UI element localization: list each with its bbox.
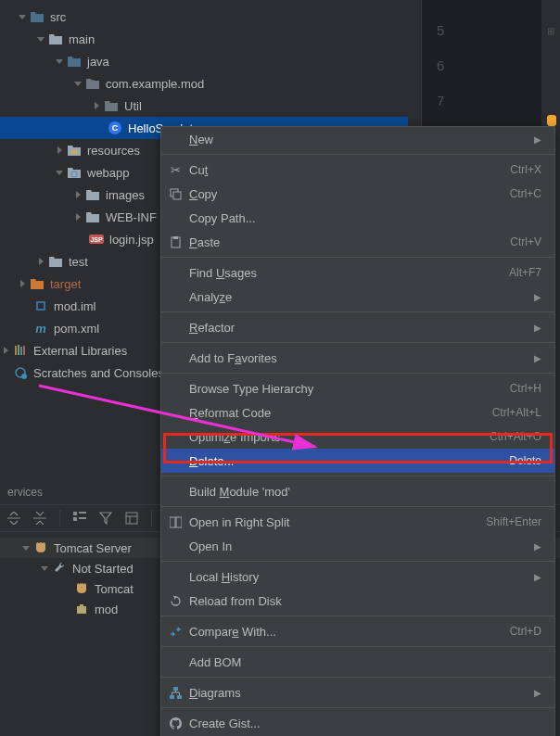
shortcut: Ctrl+D — [510, 625, 541, 638]
submenu-arrow-icon: ▶ — [534, 292, 541, 302]
svg-rect-21 — [73, 512, 77, 515]
menu-paste[interactable]: PasteCtrl+V — [161, 230, 554, 254]
chevron-right-icon — [72, 189, 83, 200]
menu-optimize[interactable]: Optimize ImportsCtrl+Alt+O — [161, 425, 554, 449]
separator — [151, 510, 152, 527]
shortcut: Delete — [509, 454, 541, 467]
tree-node-main[interactable]: main — [0, 28, 408, 50]
tree-label: test — [69, 255, 88, 269]
submenu-arrow-icon: ▶ — [534, 541, 541, 552]
chevron-right-icon — [91, 100, 102, 111]
cut-icon: ✂ — [168, 162, 183, 177]
svg-rect-15 — [170, 517, 175, 527]
menu-findusages[interactable]: Find UsagesAlt+F7 — [161, 260, 554, 285]
menu-gist[interactable]: Create Gist... — [161, 711, 554, 735]
collapse-all-button[interactable] — [32, 510, 48, 527]
svg-point-10 — [21, 374, 27, 379]
tree-node-java[interactable]: java — [0, 50, 408, 72]
menu-compare[interactable]: Compare With...Ctrl+D — [161, 619, 554, 643]
shortcut: Ctrl+Alt+O — [490, 430, 541, 443]
menu-reformat[interactable]: Reformat CodeCtrl+Alt+L — [161, 400, 554, 425]
menu-separator — [161, 373, 554, 374]
menu-bom[interactable]: Add BOM — [161, 650, 554, 674]
tree-node-package[interactable]: com.example.mod — [0, 72, 408, 95]
service-label: Tomcat Server — [54, 541, 132, 555]
chevron-down-icon — [20, 542, 32, 553]
chevron-right-icon — [0, 345, 11, 356]
menu-refactor[interactable]: Refactor▶ — [161, 315, 554, 339]
diagram-icon — [168, 685, 183, 700]
menu-analyze[interactable]: Analyze▶ — [161, 285, 554, 309]
filter-button[interactable] — [97, 510, 114, 527]
tree-node-util[interactable]: Util — [0, 95, 408, 117]
menu-separator — [161, 342, 554, 343]
svg-rect-22 — [73, 517, 77, 521]
folder-icon — [67, 165, 82, 180]
package-icon — [85, 76, 100, 91]
chevron-down-icon — [54, 167, 65, 178]
svg-rect-19 — [177, 695, 182, 699]
svg-rect-7 — [20, 347, 22, 355]
line-number: 7 — [437, 93, 444, 108]
tree-label: WEB-INF — [106, 210, 157, 224]
menu-history[interactable]: Local History▶ — [161, 565, 554, 589]
folder-icon — [67, 54, 82, 69]
svg-rect-12 — [173, 192, 181, 199]
submenu-arrow-icon: ▶ — [534, 572, 541, 582]
toolbar-structure-button[interactable] — [71, 510, 88, 527]
service-label: Tomcat — [95, 582, 134, 596]
jsp-icon: JSP — [89, 232, 104, 247]
tree-label: pom.xml — [54, 322, 99, 336]
menu-separator — [161, 677, 554, 678]
expand-all-button[interactable] — [6, 510, 22, 527]
tree-node-src[interactable]: src — [0, 6, 408, 28]
submenu-arrow-icon: ▶ — [534, 323, 541, 333]
reload-icon — [168, 593, 183, 608]
svg-rect-23 — [79, 512, 86, 514]
folder-icon — [48, 32, 63, 46]
menu-build[interactable]: Build Module 'mod' — [161, 479, 554, 503]
tomcat-icon — [74, 581, 89, 596]
menu-copypath[interactable]: Copy Path... — [161, 206, 554, 230]
tree-label: java — [87, 55, 109, 69]
menu-separator — [161, 311, 554, 312]
context-menu: New▶ ✂CutCtrl+X CopyCtrl+C Copy Path... … — [160, 126, 555, 736]
wrench-icon — [52, 561, 67, 576]
maven-icon: m — [33, 321, 48, 336]
menu-copy[interactable]: CopyCtrl+C — [161, 182, 554, 206]
menu-browse[interactable]: Browse Type HierarchyCtrl+H — [161, 376, 554, 400]
separator — [59, 510, 60, 527]
menu-new[interactable]: New▶ — [161, 127, 554, 151]
service-label: Not Started — [72, 562, 134, 576]
svg-rect-6 — [18, 345, 19, 355]
shortcut: Ctrl+Alt+L — [492, 406, 541, 419]
menu-reload[interactable]: Reload from Disk — [161, 589, 554, 613]
submenu-arrow-icon: ▶ — [534, 353, 541, 363]
layout-button[interactable] — [123, 510, 140, 527]
chevron-down-icon — [35, 33, 46, 44]
tree-label: main — [69, 32, 95, 46]
menu-separator — [161, 646, 554, 647]
menu-separator — [161, 154, 554, 155]
tree-label: Util — [124, 99, 142, 113]
shortcut: Alt+F7 — [509, 266, 541, 279]
menu-openin[interactable]: Open In▶ — [161, 534, 554, 558]
tomcat-icon — [33, 540, 48, 555]
tree-label: target — [50, 277, 81, 291]
menu-diagrams[interactable]: Diagrams▶ — [161, 680, 554, 704]
tree-label: src — [50, 10, 66, 24]
folder-icon — [30, 276, 45, 291]
warning-indicator[interactable] — [547, 115, 556, 126]
menu-separator — [161, 707, 554, 708]
tree-label: resources — [87, 144, 140, 158]
menu-cut[interactable]: ✂CutCtrl+X — [161, 158, 554, 182]
tree-label: mod.iml — [54, 299, 96, 313]
folder-icon — [85, 187, 100, 202]
chevron-right-icon — [54, 145, 65, 156]
menu-delete[interactable]: Delete...Delete — [161, 449, 554, 473]
menu-opensplit[interactable]: Open in Right SplitShift+Enter — [161, 510, 554, 534]
menu-separator — [161, 476, 554, 476]
add-icon[interactable]: ⊞ — [547, 26, 554, 36]
menu-favorites[interactable]: Add to Favorites▶ — [161, 346, 554, 370]
package-icon — [104, 98, 119, 113]
